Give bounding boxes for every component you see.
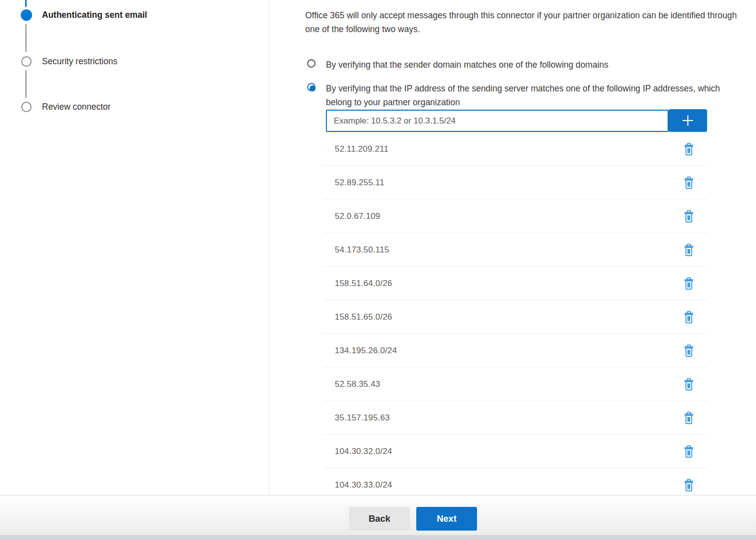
- delete-ip-button[interactable]: [682, 209, 695, 224]
- ip-row: 54.173.50.115: [323, 233, 707, 267]
- ip-address: 104.30.32.0/24: [335, 447, 392, 456]
- delete-ip-button[interactable]: [682, 310, 695, 325]
- ip-address: 35.157.195.63: [335, 413, 390, 423]
- ip-row: 158.51.64.0/26: [323, 267, 707, 300]
- add-ip-button[interactable]: [669, 109, 707, 132]
- trash-icon: [683, 210, 694, 223]
- trash-icon: [683, 344, 694, 357]
- delete-ip-button[interactable]: [682, 175, 695, 190]
- trash-icon: [683, 311, 694, 324]
- delete-ip-button[interactable]: [682, 411, 695, 425]
- ip-row: 104.30.33.0/24: [323, 468, 707, 495]
- trash-icon: [683, 445, 694, 458]
- ip-address: 52.0.67.109: [335, 211, 380, 221]
- delete-ip-button[interactable]: [682, 377, 695, 392]
- trash-icon: [683, 244, 694, 256]
- ip-row: 52.58.35.43: [323, 368, 707, 401]
- radio-selected-icon[interactable]: [307, 83, 316, 91]
- trash-icon: [683, 479, 694, 492]
- ip-address: 158.51.64.0/26: [335, 279, 392, 289]
- authenticating-sent-email-panel: Office 365 will only accept messages thr…: [0, 0, 756, 495]
- option-verify-sender-domain-label: By verifying that the sender domain matc…: [326, 58, 741, 72]
- next-button[interactable]: Next: [416, 507, 477, 531]
- radio-unselected-icon[interactable]: [307, 59, 316, 68]
- ip-address-list: 52.11.209.211 52.89.255.11 52.0.67.109: [323, 132, 707, 495]
- bottom-edge-strip: [0, 535, 756, 539]
- wizard-footer: Back Next: [0, 495, 756, 539]
- trash-icon: [683, 378, 694, 391]
- ip-row: 158.51.65.0/26: [323, 300, 707, 334]
- ip-row: 52.0.67.109: [323, 200, 707, 233]
- delete-ip-button[interactable]: [682, 444, 695, 459]
- delete-ip-button[interactable]: [682, 142, 695, 157]
- ip-address: 52.89.255.11: [335, 178, 384, 188]
- intro-text: Office 365 will only accept messages thr…: [305, 8, 754, 36]
- ip-address: 134.195.26.0/24: [335, 346, 397, 356]
- trash-icon: [683, 277, 694, 290]
- ip-address: 52.11.209.211: [335, 144, 389, 154]
- trash-icon: [683, 176, 694, 189]
- ip-address: 54.173.50.115: [335, 245, 389, 255]
- option-verify-sender-domain[interactable]: By verifying that the sender domain matc…: [307, 58, 741, 72]
- ip-row: 134.195.26.0/24: [323, 334, 707, 368]
- ip-row: 35.157.195.63: [323, 401, 707, 435]
- back-button[interactable]: Back: [349, 507, 410, 531]
- ip-address: 158.51.65.0/26: [335, 312, 392, 322]
- option-verify-ip-address-label: By verifying that the IP address of the …: [326, 82, 733, 109]
- delete-ip-button[interactable]: [682, 276, 695, 291]
- option-verify-ip-address[interactable]: By verifying that the IP address of the …: [307, 82, 733, 109]
- trash-icon: [683, 143, 694, 156]
- trash-icon: [683, 412, 694, 424]
- ip-address-input[interactable]: [326, 110, 669, 132]
- ip-row: 52.11.209.211: [323, 132, 707, 166]
- ip-row: 104.30.32.0/24: [323, 435, 707, 468]
- delete-ip-button[interactable]: [682, 478, 695, 493]
- plus-icon: [680, 113, 695, 128]
- ip-address: 52.58.35.43: [335, 379, 380, 389]
- delete-ip-button[interactable]: [682, 243, 695, 257]
- ip-address: 104.30.33.0/24: [335, 480, 392, 490]
- ip-row: 52.89.255.11: [323, 166, 707, 200]
- delete-ip-button[interactable]: [682, 343, 695, 358]
